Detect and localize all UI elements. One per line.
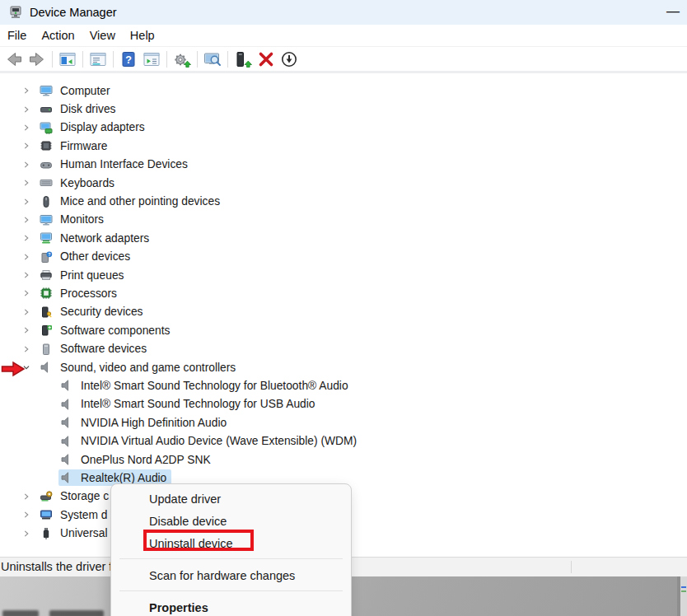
chevron-right-icon[interactable]: [20, 527, 33, 540]
forward-icon[interactable]: [26, 49, 48, 69]
tree-item-oneplus-nord-a2dp-snk[interactable]: OnePlus Nord A2DP SNK: [0, 450, 687, 469]
help-icon[interactable]: ?: [118, 49, 139, 69]
tree-item-label: Universal: [60, 527, 108, 539]
speaker-icon: [60, 435, 73, 448]
speaker-icon: [40, 361, 53, 374]
tree-item-security-devices[interactable]: Security devices: [0, 303, 687, 321]
tree-item-firmware[interactable]: Firmware: [0, 137, 687, 155]
tree-item-other-devices[interactable]: ?Other devices: [0, 248, 687, 266]
chevron-right-icon[interactable]: [20, 84, 33, 97]
tree-item-label: System d: [60, 509, 108, 521]
menu-separator: [119, 590, 343, 591]
device-update-icon[interactable]: [232, 49, 254, 69]
tree-item-intel-smart-sound-technology-for-usb-audio[interactable]: Intel® Smart Sound Technology for USB Au…: [0, 395, 687, 413]
chevron-right-icon[interactable]: [20, 231, 33, 245]
back-icon[interactable]: [3, 49, 25, 69]
tree-item-network-adapters[interactable]: Network adapters: [0, 229, 687, 247]
speaker-icon: [60, 398, 73, 411]
disk-icon: [40, 103, 53, 116]
tree-item-nvidia-high-definition-audio[interactable]: NVIDIA High Definition Audio: [0, 413, 687, 432]
system-icon: [40, 508, 53, 521]
menu-help[interactable]: Help: [123, 29, 162, 42]
context-update-driver[interactable]: Update driver: [111, 488, 351, 511]
tree-item-software-components[interactable]: Software components: [0, 321, 687, 339]
tree-item-sound-video-and-game-controllers[interactable]: Sound, video and game controllers: [0, 358, 687, 376]
chevron-right-icon[interactable]: [20, 490, 33, 503]
tree-item-label: Monitors: [60, 213, 104, 226]
chevron-right-icon[interactable]: [20, 324, 33, 337]
tree-item-disk-drives[interactable]: Disk drives: [0, 100, 687, 118]
tree-item-processors[interactable]: Processors: [0, 284, 687, 302]
minimize-button[interactable]: —: [661, 0, 685, 23]
storage-icon: [40, 490, 53, 503]
background-window-strip: [680, 576, 687, 616]
tree-item-label: NVIDIA Virtual Audio Device (Wave Extens…: [81, 435, 357, 447]
tree-item-print-queues[interactable]: Print queues: [0, 266, 687, 284]
keyboard-icon: [40, 176, 53, 189]
status-text: Uninstalls the driver f: [1, 560, 112, 573]
disable-device-icon[interactable]: [278, 49, 300, 69]
context-menu-items: Update driverDisable deviceUninstall dev…: [111, 488, 351, 616]
toolbar-separator: [82, 51, 83, 68]
chevron-right-icon[interactable]: [20, 103, 33, 116]
chevron-right-icon[interactable]: [20, 343, 33, 356]
properties-icon[interactable]: [87, 49, 109, 69]
menu-action[interactable]: Action: [34, 29, 82, 42]
tree-item-nvidia-virtual-audio-device-wave-extensible-wdm[interactable]: NVIDIA Virtual Audio Device (Wave Extens…: [0, 432, 687, 450]
tree-item-monitors[interactable]: Monitors: [0, 211, 687, 229]
toolbar-separator: [166, 51, 167, 68]
toolbar-separator: [52, 51, 53, 68]
menu-file[interactable]: File: [0, 29, 34, 42]
chevron-right-icon[interactable]: [20, 268, 33, 282]
chevron-down-icon[interactable]: [20, 361, 33, 374]
network-icon: [40, 231, 53, 245]
chevron-right-icon[interactable]: [20, 139, 33, 152]
menu-view[interactable]: View: [82, 29, 123, 42]
chevron-right-icon[interactable]: [20, 195, 33, 208]
toolbar-separator: [197, 51, 198, 68]
device-manager-icon: [8, 5, 23, 20]
update-driver-icon[interactable]: [171, 49, 193, 69]
tree-item-label: Keyboards: [60, 177, 114, 189]
tree-item-label: Storage c: [60, 490, 109, 502]
chevron-right-icon[interactable]: [20, 213, 33, 226]
context-disable-device[interactable]: Disable device: [111, 511, 351, 533]
context-properties[interactable]: Properties: [111, 597, 351, 616]
scan-hardware-icon[interactable]: [202, 49, 223, 69]
tree-item-computer[interactable]: Computer: [0, 82, 687, 100]
tree-item-label: Processors: [60, 287, 117, 300]
context-uninstall-device[interactable]: Uninstall device: [111, 533, 351, 555]
svg-text:?: ?: [48, 251, 50, 256]
menu-bar: FileActionViewHelp: [0, 25, 687, 47]
tree-item-mice-and-other-pointing-devices[interactable]: Mice and other pointing devices: [0, 192, 687, 210]
tree-item-label: Other devices: [60, 250, 130, 263]
tree-item-intel-smart-sound-technology-for-bluetooth-audio[interactable]: Intel® Smart Sound Technology for Blueto…: [0, 376, 687, 394]
chevron-right-icon[interactable]: [20, 121, 33, 134]
uninstall-icon[interactable]: [255, 49, 277, 69]
chevron-right-icon[interactable]: [20, 306, 33, 319]
chevron-right-icon[interactable]: [20, 176, 33, 189]
tree-item-human-interface-devices[interactable]: Human Interface Devices: [0, 156, 687, 174]
tree-item-software-devices[interactable]: Software devices: [0, 339, 687, 357]
chevron-right-icon[interactable]: [20, 158, 33, 171]
console-tree-icon[interactable]: [57, 49, 78, 69]
tree-item-label: Display adapters: [60, 121, 145, 133]
speaker-icon: [60, 416, 73, 429]
action-pane-icon[interactable]: [141, 49, 162, 69]
chevron-right-icon[interactable]: [20, 287, 33, 300]
processor-icon: [40, 287, 53, 300]
tree-item-keyboards[interactable]: Keyboards: [0, 174, 687, 192]
context-scan-for-hardware-changes[interactable]: Scan for hardware changes: [111, 565, 351, 587]
tree-item-label: Human Interface Devices: [60, 158, 188, 170]
toolbar: ?: [0, 48, 687, 73]
printer-icon: [40, 268, 53, 282]
chevron-right-icon[interactable]: [20, 508, 33, 521]
tree-item-display-adapters[interactable]: Display adapters: [0, 119, 687, 137]
speaker-icon: [60, 471, 73, 484]
monitor-icon: [40, 213, 53, 226]
chevron-right-icon[interactable]: [20, 250, 33, 264]
unknown-icon: ?: [40, 250, 53, 264]
tree-item-label: Print queues: [60, 269, 124, 282]
status-separator: [571, 561, 572, 573]
tree-item-label: Computer: [60, 85, 110, 97]
